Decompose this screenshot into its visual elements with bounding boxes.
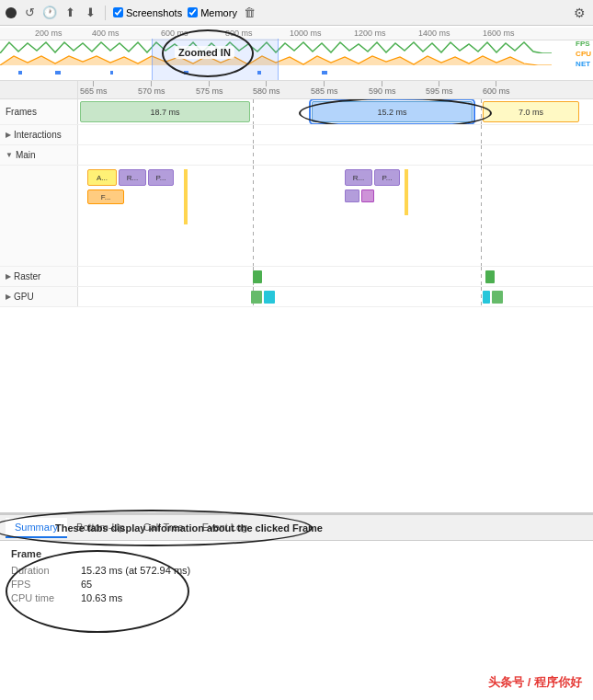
tick-1600: 1600 ms xyxy=(483,29,515,38)
trash-button[interactable]: 🗑 xyxy=(243,6,257,20)
raster-dot-2 xyxy=(485,270,495,283)
screenshots-label: Screenshots xyxy=(126,7,182,18)
svg-rect-5 xyxy=(322,71,327,75)
svg-rect-0 xyxy=(18,71,22,75)
frame-block-good[interactable]: 18.7 ms xyxy=(80,101,250,122)
main-content-area: A... R... P... F... R... P... xyxy=(78,166,593,248)
overview-bar: 200 ms 400 ms 600 ms 800 ms 1000 ms 1200… xyxy=(0,26,593,81)
clear-button[interactable]: 🕐 xyxy=(42,6,57,20)
main-header-row: ▼ Main xyxy=(0,145,593,166)
overview-ticks: 200 ms 400 ms 600 ms 800 ms 1000 ms 1200… xyxy=(0,28,593,40)
screenshots-group: Screenshots xyxy=(113,7,182,18)
tick-1400: 1400 ms xyxy=(418,29,450,38)
tick-600: 600 ms xyxy=(483,81,510,96)
vline-gpu-2 xyxy=(481,287,482,306)
fps-wave xyxy=(0,40,573,53)
vline-main-1 xyxy=(253,145,254,165)
tick-575: 575 ms xyxy=(196,81,223,96)
fps-row-label: FPS xyxy=(11,579,75,590)
download-button[interactable]: ⬇ xyxy=(83,6,97,20)
svg-rect-1 xyxy=(55,71,61,75)
tick-1000: 1000 ms xyxy=(290,29,322,38)
frames-content[interactable]: 18.7 ms 15.2 ms 7.0 ms Clicked on a sing… xyxy=(78,99,593,124)
tick-200: 200 ms xyxy=(35,29,63,38)
gpu-dot-3 xyxy=(483,291,490,304)
tick-565: 565 ms xyxy=(80,81,108,96)
interactions-content xyxy=(78,125,593,144)
vline-1 xyxy=(253,99,254,124)
raster-label[interactable]: ▶ Raster xyxy=(0,267,78,286)
duration-label: Duration xyxy=(11,565,75,576)
timeline-tick-area: 565 ms 570 ms 575 ms 580 ms 585 ms 590 m… xyxy=(78,81,593,98)
overview-selection[interactable] xyxy=(152,39,279,80)
tabs-bar: Summary Bottom-Up Call Tree Event Log Th… xyxy=(0,515,593,541)
gpu-dot-4 xyxy=(492,291,503,304)
task-F[interactable]: F... xyxy=(87,189,124,204)
tick-400: 400 ms xyxy=(92,29,120,38)
overview-labels: FPS CPU NET xyxy=(576,40,591,68)
frame-selected-label: 15.2 ms xyxy=(377,108,406,117)
small-block-1 xyxy=(345,189,359,202)
frame-block-selected[interactable]: 15.2 ms xyxy=(312,101,473,122)
task-P1[interactable]: P... xyxy=(148,169,174,186)
vline-main-content-2 xyxy=(481,166,482,248)
toolbar-right: ⚙ xyxy=(571,5,587,21)
svg-rect-2 xyxy=(110,71,113,75)
frame-block-ok[interactable]: 7.0 ms xyxy=(483,101,579,122)
screenshots-checkbox[interactable] xyxy=(113,7,123,17)
interactions-text: Interactions xyxy=(14,130,62,140)
task-R1[interactable]: R... xyxy=(119,169,146,186)
timeline-header-label xyxy=(0,81,78,98)
gpu-triangle: ▶ xyxy=(6,293,11,301)
net-wave xyxy=(0,67,573,75)
cpu-row-value: 10.63 ms xyxy=(81,592,122,603)
vline-main-2 xyxy=(481,145,482,165)
fps-row: FPS 65 xyxy=(11,579,582,590)
net-label: NET xyxy=(576,60,591,68)
frame-section-title: Frame xyxy=(11,548,582,559)
frame-ok-label: 7.0 ms xyxy=(519,108,543,117)
task-A[interactable]: A... xyxy=(87,169,117,186)
vline-main-content-1 xyxy=(253,166,254,248)
tick-585: 585 ms xyxy=(311,81,338,96)
upload-button[interactable]: ⬆ xyxy=(63,6,77,20)
timeline-panel: 565 ms 570 ms 575 ms 580 ms 585 ms 590 m… xyxy=(0,81,593,513)
small-block-2 xyxy=(361,189,374,202)
vline-int-1 xyxy=(253,125,254,144)
frame-good-label: 18.7 ms xyxy=(150,108,179,117)
bottom-panel: Summary Bottom-Up Call Tree Event Log Th… xyxy=(0,513,593,700)
gpu-dot-1 xyxy=(251,291,262,304)
memory-label: Memory xyxy=(200,7,237,18)
tick-1200: 1200 ms xyxy=(354,29,386,38)
cpu-label: CPU xyxy=(576,50,591,58)
memory-checkbox[interactable] xyxy=(188,7,198,17)
toolbar: ↺ 🕐 ⬆ ⬇ Screenshots Memory 🗑 ⚙ xyxy=(0,0,593,26)
tick-590: 590 ms xyxy=(369,81,396,96)
task-P2[interactable]: P... xyxy=(374,169,400,186)
gpu-row: ▶ GPU xyxy=(0,287,593,307)
gear-button[interactable]: ⚙ xyxy=(571,5,587,21)
gpu-label[interactable]: ▶ GPU xyxy=(0,287,78,306)
raster-triangle: ▶ xyxy=(6,272,11,281)
vline-2 xyxy=(481,99,482,124)
main-text: Main xyxy=(16,150,36,160)
frames-text: Frames xyxy=(6,107,37,117)
gpu-dot-2 xyxy=(264,291,275,304)
yellow-bar-2 xyxy=(405,169,408,215)
raster-dot-1 xyxy=(253,270,262,283)
raster-text: Raster xyxy=(14,271,40,281)
bottom-annotation-circle xyxy=(6,550,189,633)
task-R2[interactable]: R... xyxy=(345,169,372,186)
tabs-annotation-label: These tabs display information about the… xyxy=(55,522,323,534)
gpu-text: GPU xyxy=(14,292,34,302)
reload-button[interactable]: ↺ xyxy=(22,6,37,20)
cpu-wave xyxy=(0,54,573,65)
duration-value: 15.23 ms (at 572.94 ms) xyxy=(81,565,190,576)
divider1 xyxy=(105,6,106,20)
main-label[interactable]: ▼ Main xyxy=(0,145,78,165)
record-button[interactable] xyxy=(6,7,17,18)
timeline-header: 565 ms 570 ms 575 ms 580 ms 585 ms 590 m… xyxy=(0,81,593,99)
frames-row: Frames 18.7 ms 15.2 ms 7.0 ms Clicked on… xyxy=(0,99,593,125)
interactions-label[interactable]: ▶ Interactions xyxy=(0,125,78,144)
duration-row: Duration 15.23 ms (at 572.94 ms) xyxy=(11,565,582,576)
